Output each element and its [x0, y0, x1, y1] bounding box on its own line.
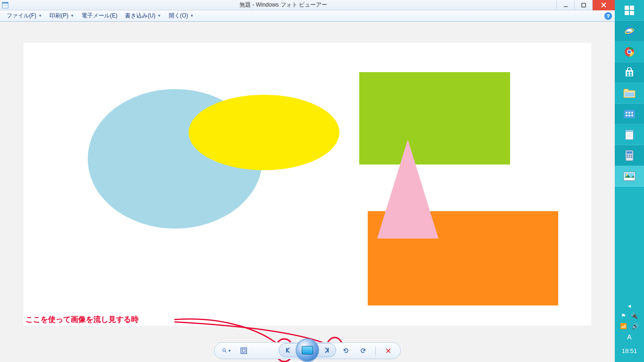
svg-point-33 — [626, 112, 627, 114]
chevron-down-icon: ▼ — [157, 14, 161, 18]
volume-icon[interactable]: 🔊 — [632, 323, 639, 329]
maximize-button[interactable] — [574, 0, 592, 10]
svg-rect-46 — [627, 155, 628, 156]
flag-icon[interactable]: ⚑ — [621, 313, 626, 319]
system-tray: ◄ ⚑ 🔌 📶 🔊 A 18:51 — [615, 300, 644, 362]
svg-line-9 — [225, 351, 226, 352]
viewer-area — [0, 22, 615, 362]
ime-indicator[interactable]: A — [627, 333, 631, 341]
taskbar-clock[interactable]: 18:51 — [622, 345, 637, 359]
image-canvas — [24, 43, 591, 326]
svg-rect-28 — [630, 74, 632, 76]
svg-point-37 — [628, 115, 630, 116]
minimize-button[interactable] — [556, 0, 574, 10]
app-icon — [0, 0, 10, 10]
taskbar-store[interactable] — [615, 62, 644, 83]
svg-rect-40 — [626, 130, 633, 132]
svg-rect-30 — [624, 89, 628, 91]
help-icon: ? — [607, 13, 610, 19]
svg-rect-48 — [631, 155, 632, 156]
svg-rect-25 — [627, 72, 629, 74]
taskbar-photo-viewer[interactable] — [615, 166, 644, 187]
delete-button[interactable]: ✕ — [383, 346, 393, 355]
slideshow-button[interactable] — [296, 338, 319, 362]
power-icon[interactable]: 🔌 — [631, 313, 638, 319]
svg-rect-3 — [582, 3, 586, 7]
menu-email-label: 電子メール(E) — [82, 12, 117, 20]
svg-rect-27 — [627, 74, 629, 76]
tray-chevron-icon[interactable]: ◄ — [627, 303, 632, 309]
zoom-button[interactable]: + ▼ — [222, 346, 231, 355]
close-button[interactable] — [592, 0, 615, 10]
network-icon[interactable]: 📶 — [620, 323, 627, 329]
taskbar-explorer[interactable] — [615, 83, 644, 104]
svg-rect-24 — [626, 70, 633, 76]
rotate-ccw-button[interactable] — [341, 346, 351, 355]
shape-yellow-ellipse — [189, 95, 339, 170]
menu-burn[interactable]: 書き込み(U)▼ — [121, 11, 165, 21]
window-title: 無題 - Windows フォト ビューアー — [10, 1, 556, 9]
annotation-text: ここを使って画像を流し見する時 — [25, 315, 139, 325]
shape-pink-triangle — [377, 140, 438, 239]
chevron-down-icon: ▼ — [228, 349, 231, 353]
svg-rect-15 — [625, 6, 629, 10]
svg-rect-18 — [630, 11, 634, 15]
svg-point-23 — [628, 50, 631, 53]
svg-rect-32 — [624, 110, 635, 118]
help-button[interactable]: ? — [604, 12, 612, 20]
navigation-pill — [274, 338, 340, 362]
menubar: ファイル(F)▼ 印刷(P)▼ 電子メール(E) 書き込み(U)▼ 開く(O)▼… — [0, 10, 615, 22]
taskbar-ie[interactable] — [615, 21, 644, 41]
titlebar: 無題 - Windows フォト ビューアー — [0, 0, 615, 10]
chevron-down-icon: ▼ — [70, 14, 74, 18]
taskbar-start[interactable] — [615, 0, 644, 21]
svg-rect-26 — [630, 72, 632, 74]
taskbar-notepad[interactable] — [615, 124, 644, 145]
menu-file-label: ファイル(F) — [7, 12, 36, 20]
svg-rect-45 — [627, 151, 632, 154]
svg-rect-47 — [629, 155, 630, 156]
window-buttons — [556, 0, 615, 10]
menu-burn-label: 書き込み(U) — [125, 12, 156, 20]
svg-point-38 — [631, 115, 633, 116]
taskbar-calculator[interactable] — [615, 145, 644, 166]
svg-rect-16 — [630, 6, 634, 10]
menu-print-label: 印刷(P) — [50, 12, 68, 20]
next-image-button[interactable] — [316, 343, 336, 357]
svg-point-35 — [631, 112, 633, 114]
taskbar: ◄ ⚑ 🔌 📶 🔊 A 18:51 — [615, 0, 644, 362]
svg-point-36 — [626, 115, 627, 116]
rotate-cw-button[interactable] — [358, 346, 368, 355]
svg-rect-50 — [629, 156, 630, 158]
toolbar-separator — [375, 346, 376, 355]
menu-email[interactable]: 電子メール(E) — [78, 11, 121, 21]
svg-rect-49 — [627, 156, 628, 158]
menu-open-label: 開く(O) — [169, 12, 188, 20]
svg-rect-17 — [625, 11, 629, 15]
fit-window-button[interactable] — [239, 346, 248, 355]
menu-file[interactable]: ファイル(F)▼ — [3, 11, 46, 21]
chevron-down-icon: ▼ — [38, 14, 42, 18]
svg-rect-31 — [625, 92, 634, 97]
svg-point-34 — [628, 112, 630, 114]
svg-rect-12 — [242, 349, 245, 352]
menu-print[interactable]: 印刷(P)▼ — [46, 11, 78, 21]
chevron-down-icon: ▼ — [190, 14, 194, 18]
svg-rect-51 — [631, 156, 632, 158]
svg-rect-11 — [241, 348, 247, 354]
taskbar-control-panel[interactable] — [615, 104, 644, 124]
taskbar-chrome[interactable] — [615, 41, 644, 62]
svg-text:+: + — [223, 349, 225, 351]
menu-open[interactable]: 開く(O)▼ — [165, 11, 198, 21]
svg-rect-1 — [2, 2, 8, 3]
slideshow-icon — [302, 346, 313, 354]
